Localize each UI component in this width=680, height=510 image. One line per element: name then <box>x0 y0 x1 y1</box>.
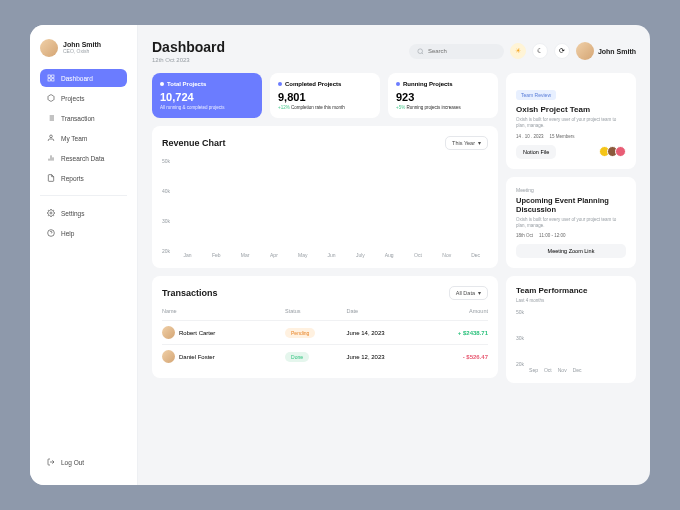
team-tag: Team Review <box>516 90 556 100</box>
cube-icon <box>47 94 55 102</box>
logout-button[interactable]: Log Out <box>40 453 127 471</box>
user-icon <box>47 134 55 142</box>
chart-bars: JanFebMarAprMayJunJulyAugOctNovDec <box>175 158 488 258</box>
team-review-card: Team Review Oxish Project Team Oxish is … <box>506 73 636 169</box>
stat-dot-icon <box>396 82 400 86</box>
sidebar: John Smith CEO, Oxish DashboardProjectsT… <box>30 25 138 485</box>
list-icon <box>47 114 55 122</box>
nav-label: Projects <box>61 95 84 102</box>
top-user[interactable]: John Smith <box>576 42 636 60</box>
avatar <box>162 326 175 339</box>
stat-card: Total Projects10,724All running & comple… <box>152 73 262 118</box>
top-user-name: John Smith <box>598 48 636 55</box>
bar-col: Jan <box>175 249 200 258</box>
gear-icon <box>47 209 55 217</box>
team-sub: Oxish is built for every user of your pr… <box>516 117 626 129</box>
nav-label: My Team <box>61 135 87 142</box>
bar-col: Mar <box>233 249 258 258</box>
member-avatar <box>615 146 626 157</box>
nav-item-projects[interactable]: Projects <box>40 89 127 107</box>
stat-dot-icon <box>278 82 282 86</box>
logout-icon <box>47 458 55 466</box>
bar-col: Dec <box>573 364 582 373</box>
bar-col: May <box>290 249 315 258</box>
meeting-tag: Meeting <box>516 187 626 193</box>
theme-dark-button[interactable]: ☾ <box>532 43 548 59</box>
stats-row: Total Projects10,724All running & comple… <box>152 73 498 118</box>
status-badge: Pending <box>285 328 315 338</box>
refresh-icon: ⟳ <box>559 47 565 55</box>
table-row[interactable]: Daniel FosterDoneJune 12, 2023- $526.47 <box>162 344 488 368</box>
grid-icon <box>47 74 55 82</box>
table-row[interactable]: Robert CarterPendingJune 14, 2023+ $2438… <box>162 320 488 344</box>
sun-icon: ☀ <box>515 47 521 55</box>
meeting-title: Upcoming Event Planning Discussion <box>516 196 626 214</box>
bar-col: Oct <box>544 364 552 373</box>
page-date: 12th Oct 2023 <box>152 57 225 63</box>
bar-col: Apr <box>262 249 287 258</box>
page-title: Dashboard <box>152 39 225 55</box>
logout-label: Log Out <box>61 459 84 466</box>
transactions-title: Transactions <box>162 288 218 298</box>
meeting-card: Meeting Upcoming Event Planning Discussi… <box>506 177 636 269</box>
bar-col: Aug <box>377 249 402 258</box>
search-input[interactable] <box>428 48 496 54</box>
profile-block[interactable]: John Smith CEO, Oxish <box>40 39 127 57</box>
search-box[interactable] <box>409 44 504 59</box>
revenue-card: Revenue Chart This Year▾ 50k40k30k20k Ja… <box>152 126 498 268</box>
doc-icon <box>47 174 55 182</box>
bar-col: Feb <box>204 249 229 258</box>
bar-col: Sep <box>529 364 538 373</box>
theme-light-button[interactable]: ☀ <box>510 43 526 59</box>
nav-label: Reports <box>61 175 84 182</box>
nav-item-my-team[interactable]: My Team <box>40 129 127 147</box>
meeting-sub: Oxish is built for every user of your pr… <box>516 217 626 229</box>
stat-dot-icon <box>160 82 164 86</box>
bar-col: July <box>348 249 373 258</box>
nav-item-dashboard[interactable]: Dashboard <box>40 69 127 87</box>
nav-item-settings[interactable]: Settings <box>40 204 127 222</box>
team-title: Oxish Project Team <box>516 105 626 114</box>
moon-icon: ☾ <box>537 47 543 55</box>
chevron-down-icon: ▾ <box>478 290 481 296</box>
stat-value: 9,801 <box>278 91 372 103</box>
stat-value: 10,724 <box>160 91 254 103</box>
svg-point-10 <box>50 135 53 138</box>
help-icon <box>47 229 55 237</box>
chart-icon <box>47 154 55 162</box>
app-window: John Smith CEO, Oxish DashboardProjectsT… <box>30 25 650 485</box>
table-header: Name Status Date Amount <box>162 308 488 314</box>
nav-item-reports[interactable]: Reports <box>40 169 127 187</box>
nav-item-help[interactable]: Help <box>40 224 127 242</box>
svg-rect-2 <box>52 79 54 81</box>
revenue-title: Revenue Chart <box>162 138 226 148</box>
perf-y-axis: 50k30k20k <box>516 309 524 367</box>
svg-point-14 <box>50 212 52 214</box>
bar-col: Jun <box>319 249 344 258</box>
bar-col: Nov <box>558 364 567 373</box>
y-axis: 50k40k30k20k <box>162 158 170 258</box>
performance-title: Team Performance <box>516 286 626 295</box>
zoom-link-button[interactable]: Meeting Zoom Link <box>516 244 626 258</box>
performance-sub: Last 4 months <box>516 298 626 304</box>
nav-item-transaction[interactable]: Transaction <box>40 109 127 127</box>
stat-card: Completed Projects9,801+12% Completion r… <box>270 73 380 118</box>
avatar <box>40 39 58 57</box>
chevron-down-icon: ▾ <box>478 140 481 146</box>
status-badge: Done <box>285 352 309 362</box>
svg-rect-1 <box>52 75 54 77</box>
revenue-dropdown[interactable]: This Year▾ <box>445 136 488 150</box>
nav-item-research-data[interactable]: Research Data <box>40 149 127 167</box>
nav-label: Transaction <box>61 115 95 122</box>
bar-col: Dec <box>463 249 488 258</box>
notion-file-button[interactable]: Notion File <box>516 145 556 159</box>
amount: - $526.47 <box>427 354 489 360</box>
transactions-dropdown[interactable]: All Data▾ <box>449 286 488 300</box>
refresh-button[interactable]: ⟳ <box>554 43 570 59</box>
bar-col: Oct <box>406 249 431 258</box>
main-content: Dashboard 12th Oct 2023 ☀ ☾ ⟳ John Smith… <box>138 25 650 485</box>
topbar: Dashboard 12th Oct 2023 ☀ ☾ ⟳ John Smith <box>152 39 636 63</box>
transactions-card: Transactions All Data▾ Name Status Date … <box>152 276 498 378</box>
avatar <box>576 42 594 60</box>
search-icon <box>417 48 424 55</box>
